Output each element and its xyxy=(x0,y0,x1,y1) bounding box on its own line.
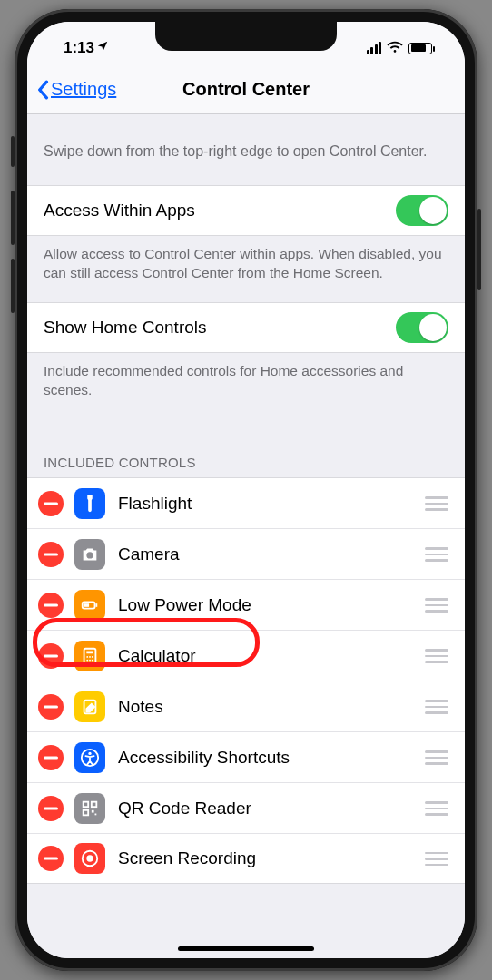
svg-point-5 xyxy=(86,656,88,658)
drag-handle-icon[interactable] xyxy=(425,750,448,765)
access-footer: Allow access to Control Center within ap… xyxy=(27,236,465,303)
record-icon xyxy=(74,843,105,874)
list-item-battery[interactable]: Low Power Mode xyxy=(27,579,465,630)
row-show-home-controls[interactable]: Show Home Controls xyxy=(27,302,465,353)
home-label: Show Home Controls xyxy=(44,318,396,338)
svg-point-6 xyxy=(89,656,91,658)
back-label: Settings xyxy=(51,79,116,100)
svg-rect-2 xyxy=(84,603,90,607)
svg-rect-18 xyxy=(95,813,97,815)
volume-down xyxy=(11,259,15,313)
cellular-icon xyxy=(367,42,382,54)
qr-icon xyxy=(74,793,105,824)
calculator-icon xyxy=(74,641,105,671)
list-item-calculator[interactable]: Calculator xyxy=(27,630,465,681)
item-label: Camera xyxy=(118,544,425,564)
content-scroll[interactable]: Swipe down from the top-right edge to op… xyxy=(27,114,465,958)
battery-icon xyxy=(74,590,105,621)
mute-switch xyxy=(11,136,15,167)
home-footer: Include recommended controls for Home ac… xyxy=(27,353,465,420)
drag-handle-icon[interactable] xyxy=(425,598,448,612)
remove-button[interactable] xyxy=(38,846,64,871)
drag-handle-icon[interactable] xyxy=(425,649,448,663)
toggle-show-home-controls[interactable] xyxy=(396,312,448,343)
drag-handle-icon[interactable] xyxy=(425,852,448,867)
svg-point-20 xyxy=(86,856,93,862)
included-list: FlashlightCameraLow Power ModeCalculator… xyxy=(27,477,465,884)
wifi-icon xyxy=(387,39,403,57)
drag-handle-icon[interactable] xyxy=(425,547,448,562)
accessibility-icon xyxy=(74,742,105,773)
remove-button[interactable] xyxy=(38,593,64,618)
item-label: Flashlight xyxy=(118,494,425,514)
svg-point-7 xyxy=(92,656,93,658)
item-label: Notes xyxy=(118,697,425,717)
drag-handle-icon[interactable] xyxy=(425,801,448,816)
list-item-flashlight[interactable]: Flashlight xyxy=(27,477,465,528)
svg-point-9 xyxy=(89,659,91,661)
svg-rect-17 xyxy=(92,810,94,813)
item-label: Calculator xyxy=(118,646,425,666)
svg-point-13 xyxy=(88,752,91,755)
list-item-qr[interactable]: QR Code Reader xyxy=(27,782,465,833)
list-item-record[interactable]: Screen Recording xyxy=(27,833,465,884)
drag-handle-icon[interactable] xyxy=(425,700,448,714)
item-label: Low Power Mode xyxy=(118,595,425,615)
chevron-left-icon xyxy=(36,80,49,100)
status-time: 1:13 xyxy=(64,39,94,57)
row-access-within-apps[interactable]: Access Within Apps xyxy=(27,185,465,236)
svg-point-10 xyxy=(92,659,93,661)
item-label: Accessibility Shortcuts xyxy=(118,748,425,768)
back-button[interactable]: Settings xyxy=(27,79,116,100)
camera-icon xyxy=(74,539,105,570)
remove-button[interactable] xyxy=(38,491,64,516)
remove-button[interactable] xyxy=(38,542,64,567)
location-arrow-icon xyxy=(96,39,109,57)
notch xyxy=(155,22,337,51)
screen: 1:13 Settings Control Center xyxy=(27,22,465,958)
device-frame: 1:13 Settings Control Center xyxy=(15,9,477,971)
toggle-access-within-apps[interactable] xyxy=(396,195,448,226)
included-header: Included Controls xyxy=(27,420,465,477)
drag-handle-icon[interactable] xyxy=(425,496,448,511)
list-item-camera[interactable]: Camera xyxy=(27,528,465,579)
intro-text: Swipe down from the top-right edge to op… xyxy=(27,114,465,185)
remove-button[interactable] xyxy=(38,643,64,669)
item-label: Screen Recording xyxy=(118,848,425,868)
item-label: QR Code Reader xyxy=(118,799,425,818)
notes-icon xyxy=(74,691,105,722)
battery-icon xyxy=(408,43,432,54)
svg-rect-15 xyxy=(92,801,97,807)
remove-button[interactable] xyxy=(38,796,64,821)
list-item-accessibility[interactable]: Accessibility Shortcuts xyxy=(27,731,465,782)
volume-up xyxy=(11,191,15,245)
svg-rect-14 xyxy=(84,801,89,807)
access-label: Access Within Apps xyxy=(44,201,396,220)
svg-rect-1 xyxy=(95,603,97,607)
flashlight-icon xyxy=(74,488,105,519)
svg-rect-16 xyxy=(84,810,89,816)
remove-button[interactable] xyxy=(38,745,64,770)
svg-point-8 xyxy=(86,659,88,661)
nav-bar: Settings Control Center xyxy=(27,65,465,114)
list-item-notes[interactable]: Notes xyxy=(27,681,465,731)
svg-rect-4 xyxy=(86,651,93,653)
remove-button[interactable] xyxy=(38,694,64,720)
home-indicator[interactable] xyxy=(178,946,314,951)
power-button xyxy=(477,209,481,290)
